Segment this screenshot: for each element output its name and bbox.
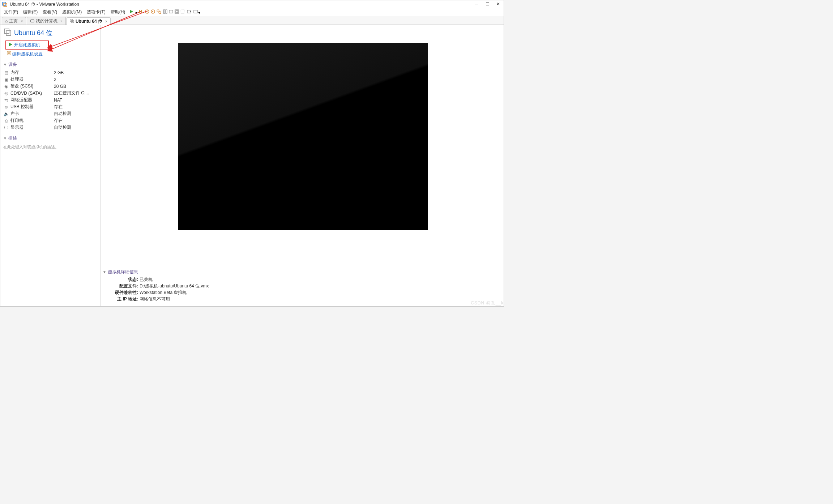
svg-rect-21 [6,31,11,35]
svg-rect-13 [176,10,178,13]
vm-header-icon [3,28,12,38]
devices-section-header[interactable]: ▼ 设备 [3,61,98,68]
device-cpu-label: 处理器 [10,76,54,82]
detail-ip-label: 主 IP 地址: [112,296,138,302]
tab-mycomputer[interactable]: 🖵 我的计算机 × [27,17,66,25]
menu-file[interactable]: 文件(F) [2,8,20,16]
menu-tabs[interactable]: 选项卡(T) [85,8,107,16]
svg-marker-22 [9,43,12,46]
menu-help[interactable]: 帮助(H) [108,8,128,16]
device-cpu-value: 2 [54,77,56,82]
svg-rect-17 [194,10,197,13]
detail-config-value: D:\虚拟机-ubnutu\Ubuntu 64 位.vmx [138,283,209,289]
tab-current-label: Ubuntu 64 位 [76,18,102,25]
detail-ip-value: 网络信息不可用 [138,296,170,302]
device-usb-value: 存在 [54,104,63,110]
menu-edit[interactable]: 编辑(E) [21,8,40,16]
devices-section: ▼ 设备 ▤ 内存 2 GB ▣ 处理器 2 ◉ 硬盘 (SCSI) 20 GB [3,61,98,131]
vm-preview-screen [178,43,428,230]
device-display-label: 显示器 [10,124,54,131]
minimize-button[interactable]: ─ [471,0,482,8]
menu-view[interactable]: 查看(V) [40,8,59,16]
window-title: Ubuntu 64 位 - VMware Workstation [10,1,79,8]
computer-icon: 🖵 [30,18,34,24]
start-vm-action[interactable]: 开启此虚拟机 [5,40,49,50]
disk-icon: ◉ [3,84,9,89]
device-row-memory[interactable]: ▤ 内存 2 GB [3,69,98,76]
description-placeholder[interactable]: 在此处键入对该虚拟机的描述。 [3,143,98,151]
memory-icon: ▤ [3,70,9,75]
unity-button[interactable] [180,9,185,15]
device-row-net[interactable]: ⇆ 网络适配器 NAT [3,97,98,103]
device-memory-value: 2 GB [54,70,64,75]
vmware-app-icon [2,1,8,7]
view-thumbnail-button[interactable] [163,9,168,15]
display-icon: 🖵 [3,125,9,130]
device-row-printer[interactable]: ⎙ 打印机 存在 [3,117,98,124]
device-disk-label: 硬盘 (SCSI) [10,83,54,89]
device-sound-label: 声卡 [10,111,54,117]
device-cd-label: CD/DVD (SATA) [10,91,54,96]
view-console-button[interactable] [168,9,174,15]
edit-vm-label: 编辑虚拟机设置 [12,51,43,56]
svg-rect-3 [139,10,140,13]
device-disk-value: 20 GB [54,84,66,89]
tab-current-close[interactable]: × [105,20,107,24]
tab-current-vm[interactable]: Ubuntu 64 位 × [67,17,111,25]
snapshot-revert-button[interactable] [150,9,155,15]
detail-row-config: 配置文件: D:\虚拟机-ubnutu\Ubuntu 64 位.vmx [103,283,392,290]
title-bar: Ubuntu 64 位 - VMware Workstation ─ ☐ ✕ [0,0,504,8]
svg-marker-2 [130,10,133,13]
device-row-sound[interactable]: 🔈 声卡 自动检测 [3,110,98,117]
svg-rect-10 [166,10,167,13]
device-cd-value: 正在使用文件 C:... [54,90,89,96]
device-row-display[interactable]: 🖵 显示器 自动检测 [3,124,98,131]
svg-point-7 [157,10,159,12]
detail-config-label: 配置文件: [112,283,138,289]
tab-home-label: 主页 [9,18,18,24]
cd-icon: ◎ [3,91,9,96]
svg-rect-11 [169,10,173,13]
edit-vm-action[interactable]: 编辑虚拟机设置 [3,50,98,57]
start-vm-label: 开启此虚拟机 [14,42,40,48]
cpu-icon: ▣ [3,77,9,82]
vm-name-heading: Ubuntu 64 位 [14,29,52,37]
detail-row-hw: 硬件兼容性: Workstation Beta 虚拟机 [103,290,392,296]
device-row-usb[interactable]: ⎋ USB 控制器 存在 [3,103,98,110]
tab-home-close[interactable]: × [21,19,23,23]
snapshot-manage-button[interactable] [156,9,161,15]
detail-state-label: 状态: [112,277,138,283]
close-button[interactable]: ✕ [493,0,504,8]
library-button[interactable] [187,9,192,15]
detail-hw-label: 硬件兼容性: [112,290,138,296]
sound-icon: 🔈 [3,111,9,116]
power-on-button[interactable]: ▾ [129,9,137,15]
svg-rect-0 [3,2,6,5]
suspend-button[interactable] [138,9,143,15]
detail-hw-value: Workstation Beta 虚拟机 [138,290,187,296]
fullscreen-button[interactable] [174,9,179,15]
device-printer-label: 打印机 [10,118,54,124]
snapshot-button[interactable] [145,9,150,15]
device-row-disk[interactable]: ◉ 硬盘 (SCSI) 20 GB [3,83,98,90]
network-icon: ⇆ [3,98,9,103]
tab-mycomputer-close[interactable]: × [60,19,63,23]
tab-home[interactable]: ⌂ 主页 × [2,17,26,25]
device-display-value: 自动检测 [54,124,71,131]
screen-capture-button[interactable]: ▾ [193,9,200,15]
svg-rect-20 [4,29,9,34]
device-row-cd[interactable]: ◎ CD/DVD (SATA) 正在使用文件 C:... [3,90,98,97]
menu-vm[interactable]: 虚拟机(M) [60,8,84,16]
sidebar-panel: Ubuntu 64 位 开启此虚拟机 编辑虚拟机设置 ▼ 设备 [0,25,101,306]
device-net-label: 网络适配器 [10,97,54,103]
description-section: ▼ 描述 在此处键入对该虚拟机的描述。 [3,135,98,151]
details-section-header[interactable]: ▼ 虚拟机详细信息 [103,269,392,275]
device-row-cpu[interactable]: ▣ 处理器 2 [3,76,98,83]
settings-icon [7,51,11,56]
caret-down-icon: ▼ [103,270,106,274]
description-section-header[interactable]: ▼ 描述 [3,135,98,141]
maximize-button[interactable]: ☐ [482,0,493,8]
svg-rect-23 [7,51,11,55]
vm-tab-icon [70,19,74,24]
svg-rect-14 [181,10,184,13]
